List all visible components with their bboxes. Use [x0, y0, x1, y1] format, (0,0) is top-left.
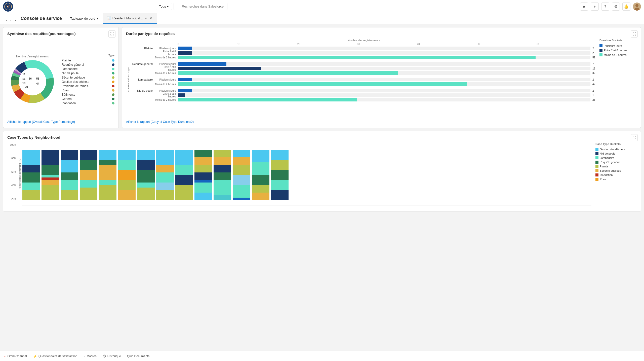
seg	[233, 165, 250, 175]
search-input[interactable]	[174, 3, 227, 10]
legend-dot-inondation	[112, 102, 114, 104]
bar-group-requete: Requête général Plusieurs jours 7 Entre …	[131, 62, 596, 75]
grid-icon[interactable]: ⋮⋮⋮	[4, 16, 18, 21]
stacked-bar-10	[194, 150, 212, 200]
search-wrapper: 🔍	[174, 3, 297, 10]
nav-quip[interactable]: Quip Documents	[127, 354, 149, 358]
hbar-row-requete-1: Requête général Plusieurs jours 7	[131, 62, 596, 66]
panel1-expand-button[interactable]: ⛶	[108, 30, 115, 38]
seg	[80, 170, 97, 180]
panel2-expand-button[interactable]: ⛶	[631, 30, 638, 38]
seg	[252, 175, 269, 185]
legend-dot-requete	[112, 63, 114, 66]
seg	[194, 172, 212, 180]
seg	[61, 190, 78, 200]
seg	[233, 157, 250, 165]
legend-item-securite: Sécurité publique	[62, 76, 114, 79]
quip-label: Quip Documents	[127, 354, 149, 358]
user-avatar[interactable]	[633, 3, 641, 11]
seg	[175, 175, 193, 185]
legend-dot-nid	[112, 72, 114, 75]
add-button[interactable]: +	[591, 3, 599, 11]
seg	[118, 170, 136, 180]
stacked-bar-3	[61, 150, 78, 200]
stacked-bars-container	[22, 142, 591, 205]
main-content: Synthèse des requêtes(pourcentages) ⛶ No…	[0, 24, 644, 351]
panel1-title: Synthèse des requêtes(pourcentages)	[7, 31, 114, 36]
panel3-legend-title: Case Type Buckets	[595, 142, 637, 146]
panel3-expand-button[interactable]: ⛶	[631, 134, 638, 141]
legend-securite-stacked: Sécurité publique	[595, 169, 637, 172]
svg-text:29: 29	[25, 85, 28, 88]
seg	[118, 160, 136, 170]
app-nav: ⋮⋮⋮ Console de service Tableaux de bord …	[0, 13, 644, 24]
nav-historique[interactable]: ⏱ Historique	[103, 354, 121, 358]
svg-text:19: 19	[22, 82, 25, 85]
seg	[175, 150, 193, 165]
swatch-rues-stacked	[595, 178, 598, 181]
seg	[156, 172, 174, 183]
seg	[194, 157, 212, 165]
svg-point-3	[635, 4, 638, 7]
seg	[194, 193, 212, 200]
seg	[252, 162, 269, 175]
seg	[194, 183, 212, 193]
seg	[252, 185, 269, 193]
seg	[99, 185, 116, 200]
legend-item-probleme: Problème de ramas...	[62, 84, 114, 88]
panel2-x-ticks: 0 10 20 30 40 50 60	[131, 43, 596, 46]
seg	[233, 150, 250, 157]
donut-label: Nombre d'enregistrements	[16, 55, 49, 58]
notifications-button[interactable]: 🔔	[622, 3, 630, 11]
seg	[271, 150, 289, 160]
svg-text:51: 51	[36, 77, 39, 80]
svg-text:11: 11	[22, 77, 25, 80]
hbar-row-lamp-1: Lampadaire Plusieurs jours 2	[131, 77, 596, 82]
donut-chart: Nombre d'enregistrements	[7, 39, 58, 120]
hbar-row-requete-3: Moins de 2 heures 32	[131, 71, 596, 75]
settings-button[interactable]: ⚙	[612, 3, 620, 11]
nav-omni-channel[interactable]: ○ Omni-Channel	[4, 354, 27, 358]
seg	[61, 172, 78, 180]
tab-tableaux-de-bord[interactable]: Tableaux de bord ▾	[66, 13, 103, 24]
seg	[42, 165, 59, 175]
hbar-row-lamp-2: Moins de 2 heures 42	[131, 82, 596, 86]
seg	[118, 190, 136, 200]
seg	[175, 165, 193, 175]
panel3-y-ticks: 100% 80% 60% 40% 20%	[7, 142, 17, 205]
top-row: Synthèse des requêtes(pourcentages) ⛶ No…	[3, 27, 641, 128]
panel1-report-link[interactable]: Afficher le rapport (Overall Case Type P…	[7, 120, 114, 124]
seg	[118, 150, 136, 160]
tab-close-button[interactable]: ✕	[148, 16, 153, 21]
top-nav: 🦅 Tous ▾ 🔍 ★ + ? ⚙ 🔔	[0, 0, 644, 13]
stacked-bar-2	[42, 150, 59, 200]
legend-dot-probleme	[112, 85, 114, 87]
tab-active-label: Resident Municipal ...	[112, 16, 144, 20]
seg	[22, 172, 40, 183]
swatch-requete-stacked	[595, 161, 598, 164]
stacked-bar-13	[252, 150, 269, 200]
tab-resident-municipal[interactable]: 📊 Resident Municipal ... ▾ ✕	[103, 13, 157, 24]
bar-group-plainte: Plainte Plusieurs jours 2 Entre 2 et 8 h…	[131, 46, 596, 60]
legend-dot-plainte	[112, 59, 114, 62]
nav-questionnaire[interactable]: ⚡ Questionnaire de satisfaction	[33, 354, 77, 358]
donut-chart-area: Nombre d'enregistrements	[7, 39, 114, 120]
tab-expand-icon: ▾	[145, 16, 147, 20]
swatch-entre-heures	[599, 49, 602, 52]
favorites-button[interactable]: ★	[580, 3, 588, 11]
seg	[137, 188, 155, 200]
legend-entre-heures: Entre 2 et 8 heures	[599, 49, 637, 52]
seg	[175, 185, 193, 200]
tous-button[interactable]: Tous ▾	[156, 3, 172, 10]
seg	[233, 185, 250, 198]
nav-macros[interactable]: » Macros	[84, 354, 97, 358]
seg	[61, 180, 78, 190]
seg	[252, 193, 269, 200]
help-button[interactable]: ?	[601, 3, 609, 11]
historique-label: Historique	[107, 354, 121, 358]
panel-synthese: Synthèse des requêtes(pourcentages) ⛶ No…	[3, 27, 119, 128]
hbar-row-nid-3: Moins de 2 heures 26	[131, 97, 596, 102]
panel2-report-link[interactable]: Afficher le rapport (Copy of Case Type D…	[126, 120, 637, 124]
seg	[137, 183, 155, 188]
questionnaire-icon: ⚡	[33, 354, 37, 358]
